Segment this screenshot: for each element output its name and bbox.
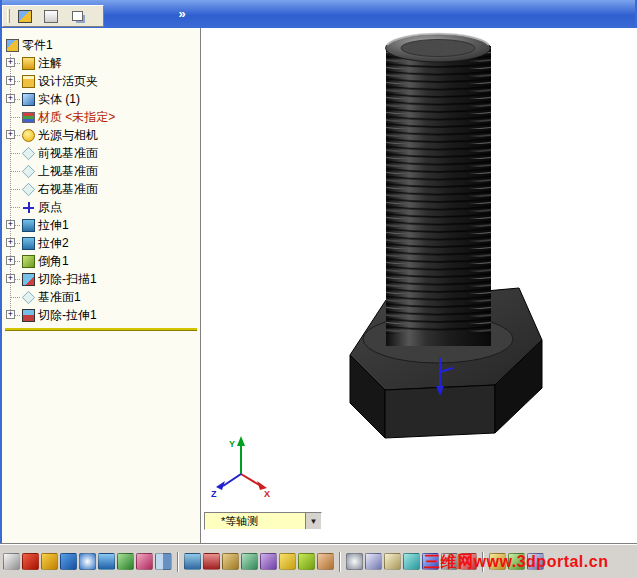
triad-x-label: X bbox=[264, 489, 270, 498]
feature-tree: 零件1 + 注解 + 设计活页夹 + 实体 (1) 材质 <未指定> bbox=[2, 28, 200, 330]
zoom-area-icon[interactable] bbox=[365, 553, 382, 570]
tree-item-label: 前视基准面 bbox=[38, 145, 98, 162]
cut-sweep-icon bbox=[22, 273, 35, 286]
expander-icon[interactable]: + bbox=[6, 220, 15, 229]
tree-item-label: 切除-拉伸1 bbox=[38, 307, 97, 324]
tree-item-label: 原点 bbox=[38, 199, 62, 216]
tree-item-label: 零件1 bbox=[22, 37, 53, 54]
tree-item-label: 上视基准面 bbox=[38, 163, 98, 180]
tree-item-part1[interactable]: 零件1 bbox=[2, 36, 200, 54]
view-orientation-combo[interactable]: *等轴测 ▼ bbox=[204, 512, 322, 530]
rotate-view-icon[interactable] bbox=[403, 553, 420, 570]
zoom-fit-icon[interactable] bbox=[346, 553, 363, 570]
toolbar-options-button[interactable] bbox=[66, 7, 88, 25]
tree-item-lights-cameras[interactable]: + 光源与相机 bbox=[2, 126, 200, 144]
watermark-text: 三维网www.3dportal.cn bbox=[424, 552, 608, 573]
toolbar-separator bbox=[339, 552, 341, 572]
plane-icon bbox=[22, 182, 35, 195]
plane-icon bbox=[22, 164, 35, 177]
plane-icon bbox=[22, 290, 35, 303]
expander-icon[interactable]: + bbox=[6, 94, 15, 103]
extrude-cut-icon[interactable] bbox=[203, 553, 220, 570]
annotations-icon bbox=[22, 57, 35, 70]
expander-icon[interactable]: + bbox=[6, 130, 15, 139]
tree-item-right-plane[interactable]: 右视基准面 bbox=[2, 180, 200, 198]
lights-cameras-icon bbox=[22, 129, 35, 142]
design-binder-icon bbox=[22, 75, 35, 88]
tree-item-extrude2[interactable]: + 拉伸2 bbox=[2, 234, 200, 252]
pan-icon[interactable] bbox=[384, 553, 401, 570]
part-icon bbox=[6, 39, 19, 52]
tree-item-label: 注解 bbox=[38, 55, 62, 72]
triad-z-label: Z bbox=[211, 489, 217, 498]
expander-icon[interactable]: + bbox=[6, 256, 15, 265]
windows-icon bbox=[72, 11, 83, 21]
chamfer-tool-icon[interactable] bbox=[298, 553, 315, 570]
triad-y-label: Y bbox=[229, 439, 235, 449]
rollback-bar[interactable] bbox=[5, 328, 197, 330]
dropdown-arrow-icon[interactable]: ▼ bbox=[305, 513, 321, 529]
chamfer-icon bbox=[22, 255, 35, 268]
sweep-icon[interactable] bbox=[241, 553, 258, 570]
expander-icon[interactable]: + bbox=[6, 310, 15, 319]
smart-dimension-icon[interactable] bbox=[41, 553, 58, 570]
tree-item-annotations[interactable]: + 注解 bbox=[2, 54, 200, 72]
new-document-icon bbox=[18, 10, 32, 23]
extrude-icon bbox=[22, 219, 35, 232]
tree-item-material[interactable]: 材质 <未指定> bbox=[2, 108, 200, 126]
expander-icon[interactable]: + bbox=[6, 76, 15, 85]
trim-icon[interactable] bbox=[136, 553, 153, 570]
tree-item-label: 实体 (1) bbox=[38, 91, 80, 108]
tree-item-label: 拉伸2 bbox=[38, 235, 69, 252]
tree-item-label: 基准面1 bbox=[38, 289, 81, 306]
tree-item-label: 倒角1 bbox=[38, 253, 69, 270]
app-window: » 零件1 + 注解 + 设计活页夹 + 实体 (1) bbox=[0, 0, 637, 578]
expander-icon[interactable]: + bbox=[6, 58, 15, 67]
tree-item-label: 右视基准面 bbox=[38, 181, 98, 198]
tree-item-extrude1[interactable]: + 拉伸1 bbox=[2, 216, 200, 234]
extrude-boss-icon[interactable] bbox=[184, 553, 201, 570]
tree-item-top-plane[interactable]: 上视基准面 bbox=[2, 162, 200, 180]
circle-icon[interactable] bbox=[79, 553, 96, 570]
cut-extrude-icon bbox=[22, 309, 35, 322]
tree-item-chamfer1[interactable]: + 倒角1 bbox=[2, 252, 200, 270]
origin-icon bbox=[22, 201, 35, 214]
mirror-icon[interactable] bbox=[155, 553, 172, 570]
extrude-icon bbox=[22, 237, 35, 250]
toolbar-grip[interactable] bbox=[7, 9, 10, 23]
open-document-button[interactable] bbox=[40, 7, 62, 25]
solid-bodies-icon bbox=[22, 93, 35, 106]
rectangle-icon[interactable] bbox=[117, 553, 134, 570]
tree-item-plane1[interactable]: 基准面1 bbox=[2, 288, 200, 306]
expander-icon[interactable]: + bbox=[6, 274, 15, 283]
graphics-viewport[interactable]: Y X Z *等轴测 ▼ bbox=[201, 28, 637, 544]
arc-icon[interactable] bbox=[98, 553, 115, 570]
select-arrow-icon[interactable] bbox=[3, 553, 20, 570]
floating-toolbar bbox=[2, 5, 104, 27]
line-icon[interactable] bbox=[60, 553, 77, 570]
revolve-icon[interactable] bbox=[222, 553, 239, 570]
new-document-button[interactable] bbox=[14, 7, 36, 25]
tree-item-cut-sweep1[interactable]: + 切除-扫描1 bbox=[2, 270, 200, 288]
tree-item-origin[interactable]: 原点 bbox=[2, 198, 200, 216]
loft-icon[interactable] bbox=[260, 553, 277, 570]
view-orientation-value: *等轴测 bbox=[205, 513, 305, 529]
tree-item-label: 切除-扫描1 bbox=[38, 271, 97, 288]
sketch-icon[interactable] bbox=[22, 553, 39, 570]
plane-icon bbox=[22, 146, 35, 159]
fillet-icon[interactable] bbox=[279, 553, 296, 570]
tree-item-design-binder[interactable]: + 设计活页夹 bbox=[2, 72, 200, 90]
reference-triad: Y X Z bbox=[211, 434, 273, 498]
feature-tree-panel: 零件1 + 注解 + 设计活页夹 + 实体 (1) 材质 <未指定> bbox=[2, 28, 201, 544]
expand-toolbar-button[interactable]: » bbox=[172, 6, 192, 22]
expander-icon[interactable]: + bbox=[6, 238, 15, 247]
tree-item-cut-extrude1[interactable]: + 切除-拉伸1 bbox=[2, 306, 200, 324]
tree-item-label: 光源与相机 bbox=[38, 127, 98, 144]
tree-item-solid-bodies[interactable]: + 实体 (1) bbox=[2, 90, 200, 108]
tree-item-label: 设计活页夹 bbox=[38, 73, 98, 90]
tree-item-front-plane[interactable]: 前视基准面 bbox=[2, 144, 200, 162]
tree-item-label: 拉伸1 bbox=[38, 217, 69, 234]
shell-icon[interactable] bbox=[317, 553, 334, 570]
tree-item-label: 材质 <未指定> bbox=[38, 109, 115, 126]
toolbar-separator bbox=[177, 552, 179, 572]
